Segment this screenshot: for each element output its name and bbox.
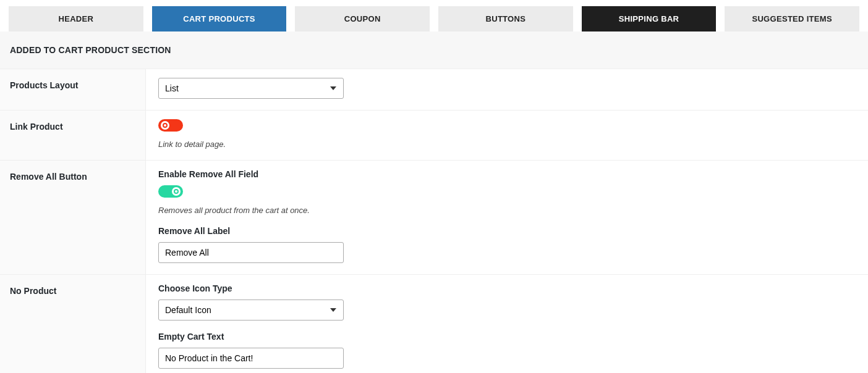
products-layout-select[interactable]: List <box>158 78 344 99</box>
link-product-desc: Link to detail page. <box>158 140 856 149</box>
choose-icon-label: Choose Icon Type <box>158 283 856 293</box>
remove-all-input-label: Remove All Label <box>158 226 856 236</box>
tab-cart-products[interactable]: CART PRODUCTS <box>152 6 287 31</box>
enable-remove-all-label: Enable Remove All Field <box>158 169 856 179</box>
tab-suggested-items[interactable]: SUGGESTED ITEMS <box>725 6 859 31</box>
tab-shipping-bar[interactable]: SHIPPING BAR <box>582 6 717 31</box>
link-product-label: Link Product <box>0 111 146 160</box>
settings-table: Products Layout List Link Product Link t… <box>0 69 868 373</box>
row-link-product: Link Product Link to detail page. <box>0 111 868 161</box>
empty-cart-input[interactable] <box>158 348 344 369</box>
row-products-layout: Products Layout List <box>0 69 868 111</box>
remove-all-desc: Removes all product from the cart at onc… <box>158 206 856 215</box>
tab-header[interactable]: HEADER <box>9 6 143 31</box>
link-product-toggle[interactable] <box>158 119 183 132</box>
no-product-label: No Product <box>0 275 146 373</box>
tab-coupon[interactable]: COUPON <box>295 6 430 31</box>
remove-all-label: Remove All Button <box>0 161 146 274</box>
remove-all-input[interactable] <box>158 242 344 263</box>
products-layout-label: Products Layout <box>0 69 146 110</box>
choose-icon-select[interactable]: Default Icon <box>158 300 344 321</box>
section-title: ADDED TO CART PRODUCT SECTION <box>0 31 868 69</box>
tabs-nav: HEADER CART PRODUCTS COUPON BUTTONS SHIP… <box>0 0 868 31</box>
row-remove-all: Remove All Button Enable Remove All Fiel… <box>0 161 868 275</box>
row-no-product: No Product Choose Icon Type Default Icon… <box>0 275 868 373</box>
empty-cart-label: Empty Cart Text <box>158 332 856 342</box>
enable-remove-all-toggle[interactable] <box>158 185 183 198</box>
tab-buttons[interactable]: BUTTONS <box>438 6 573 31</box>
